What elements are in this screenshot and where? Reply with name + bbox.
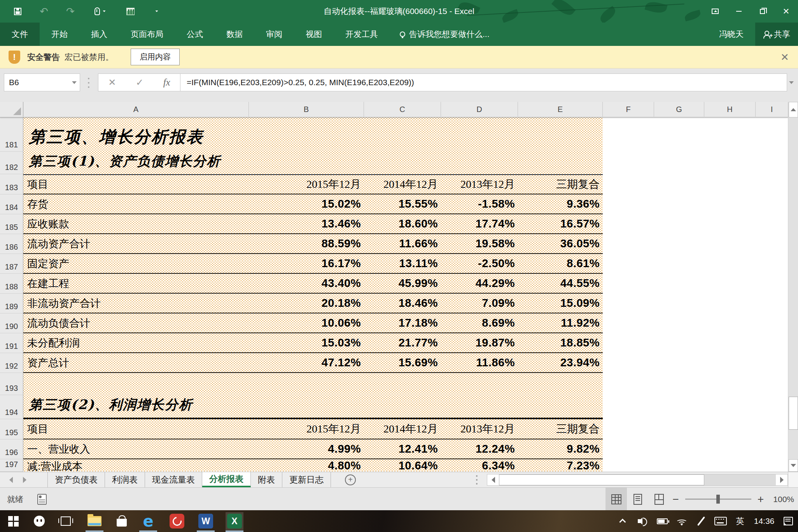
empty-cell[interactable] bbox=[23, 373, 603, 395]
row-header-181[interactable]: 181 bbox=[0, 117, 23, 152]
value-cell[interactable]: 9.82% bbox=[518, 439, 603, 458]
table-header-cell[interactable]: 2014年12月 bbox=[364, 175, 441, 194]
battery-button[interactable] bbox=[653, 510, 672, 532]
column-header-A[interactable]: A bbox=[23, 102, 249, 117]
item-label-cell[interactable]: 资产总计 bbox=[23, 353, 249, 372]
close-button[interactable]: × bbox=[774, 0, 798, 23]
section-title-cell[interactable]: 第三项(2)、利润增长分析 bbox=[23, 395, 603, 418]
ribbon-display-options-button[interactable] bbox=[703, 0, 727, 23]
value-cell[interactable]: 4.80% bbox=[249, 459, 364, 472]
ribbon-tab-view[interactable]: 视图 bbox=[294, 23, 334, 46]
zoom-slider-handle[interactable] bbox=[716, 495, 720, 504]
horizontal-scrollbar[interactable] bbox=[487, 474, 788, 486]
normal-view-button[interactable] bbox=[606, 488, 627, 511]
table-header-cell[interactable]: 2014年12月 bbox=[364, 419, 441, 439]
scroll-up-button[interactable] bbox=[789, 102, 798, 117]
value-cell[interactable]: 11.86% bbox=[441, 353, 518, 372]
value-cell[interactable]: 7.09% bbox=[441, 294, 518, 313]
table-header-cell[interactable]: 2013年12月 bbox=[441, 175, 518, 194]
scroll-down-button[interactable] bbox=[789, 459, 798, 472]
table-header-cell[interactable]: 2015年12月 bbox=[249, 419, 364, 439]
row-header-186[interactable]: 186 bbox=[0, 234, 23, 254]
word-button[interactable]: W bbox=[197, 512, 215, 530]
value-cell[interactable]: 15.69% bbox=[364, 353, 441, 372]
tray-overflow-button[interactable] bbox=[614, 510, 633, 532]
value-cell[interactable]: 45.99% bbox=[364, 274, 441, 293]
item-label-cell[interactable]: 固定资产 bbox=[23, 254, 249, 273]
undo-button[interactable]: ↶ bbox=[37, 4, 51, 19]
sheet-tab-income[interactable]: 利润表 bbox=[105, 472, 145, 487]
column-header-F[interactable]: F bbox=[603, 102, 654, 117]
zoom-out-button[interactable]: − bbox=[672, 494, 679, 505]
select-all-corner[interactable] bbox=[0, 102, 23, 117]
cortana-button[interactable] bbox=[30, 512, 48, 530]
zoom-slider-track[interactable] bbox=[685, 499, 751, 500]
clock[interactable]: 14:36 bbox=[750, 510, 779, 532]
value-cell[interactable]: 17.74% bbox=[441, 214, 518, 233]
item-label-cell[interactable]: 一、营业收入 bbox=[23, 439, 249, 458]
value-cell[interactable]: 47.12% bbox=[249, 353, 364, 372]
column-header-E[interactable]: E bbox=[518, 102, 603, 117]
store-button[interactable] bbox=[113, 512, 131, 530]
table-header-cell[interactable]: 项目 bbox=[23, 419, 249, 439]
row-header-188[interactable]: 188 bbox=[0, 274, 23, 294]
vertical-scrollbar[interactable] bbox=[788, 102, 798, 472]
value-cell[interactable]: 36.05% bbox=[518, 234, 603, 253]
value-cell[interactable]: 11.92% bbox=[518, 313, 603, 332]
zoom-in-button[interactable]: + bbox=[758, 494, 764, 505]
item-label-cell[interactable]: 非流动资产合计 bbox=[23, 294, 249, 313]
confirm-entry-icon[interactable]: ✓ bbox=[136, 77, 144, 88]
page-layout-view-button[interactable] bbox=[627, 488, 648, 511]
touch-mouse-mode-button[interactable] bbox=[90, 4, 110, 19]
new-sheet-button[interactable]: + bbox=[345, 474, 356, 485]
column-header-G[interactable]: G bbox=[654, 102, 704, 117]
sheet-tab-appendix[interactable]: 附表 bbox=[251, 472, 282, 487]
value-cell[interactable]: 12.41% bbox=[364, 439, 441, 458]
value-cell[interactable]: 8.69% bbox=[441, 313, 518, 332]
row-header-187[interactable]: 187 bbox=[0, 254, 23, 274]
minimize-button[interactable] bbox=[727, 0, 751, 23]
value-cell[interactable]: 43.40% bbox=[249, 274, 364, 293]
sheet-tab-cashflow[interactable]: 现金流量表 bbox=[145, 472, 202, 487]
previous-sheet-icon[interactable] bbox=[9, 477, 13, 483]
pen-settings-button[interactable] bbox=[691, 510, 711, 532]
value-cell[interactable]: 16.57% bbox=[518, 214, 603, 233]
value-cell[interactable]: 19.58% bbox=[441, 234, 518, 253]
security-bar-close-icon[interactable]: ✕ bbox=[777, 46, 793, 68]
column-header-D[interactable]: D bbox=[441, 102, 518, 117]
value-cell[interactable]: 23.94% bbox=[518, 353, 603, 372]
value-cell[interactable]: -2.50% bbox=[441, 254, 518, 273]
sheet-tab-balance[interactable]: 资产负债表 bbox=[47, 472, 105, 487]
value-cell[interactable]: 15.03% bbox=[249, 333, 364, 352]
section-title-cell[interactable]: 第三项(1)、资产负债增长分析 bbox=[23, 152, 603, 174]
ribbon-tab-page-layout[interactable]: 页面布局 bbox=[119, 23, 175, 46]
ribbon-tab-home[interactable]: 开始 bbox=[40, 23, 79, 46]
ribbon-tab-insert[interactable]: 插入 bbox=[79, 23, 119, 46]
scroll-right-button[interactable] bbox=[776, 474, 788, 485]
value-cell[interactable]: 44.29% bbox=[441, 274, 518, 293]
value-cell[interactable]: 16.17% bbox=[249, 254, 364, 273]
value-cell[interactable]: 44.55% bbox=[518, 274, 603, 293]
value-cell[interactable]: 18.85% bbox=[518, 333, 603, 352]
item-label-cell[interactable]: 流动资产合计 bbox=[23, 234, 249, 253]
row-header-192[interactable]: 192 bbox=[0, 353, 23, 373]
macro-record-button[interactable] bbox=[37, 494, 47, 505]
file-explorer-button[interactable] bbox=[86, 512, 103, 530]
value-cell[interactable]: 15.02% bbox=[249, 194, 364, 214]
row-header-194[interactable]: 194 bbox=[0, 395, 23, 419]
section-title-cell[interactable]: 第三项、增长分析报表 bbox=[23, 117, 603, 152]
column-header-I[interactable]: I bbox=[756, 102, 788, 117]
row-header-191[interactable]: 191 bbox=[0, 333, 23, 353]
row-header-189[interactable]: 189 bbox=[0, 294, 23, 313]
item-label-cell[interactable]: 在建工程 bbox=[23, 274, 249, 293]
value-cell[interactable]: 4.99% bbox=[249, 439, 364, 458]
volume-button[interactable] bbox=[633, 510, 653, 532]
excel-button[interactable]: X bbox=[226, 512, 243, 530]
table-header-cell[interactable]: 2013年12月 bbox=[441, 419, 518, 439]
row-header-182[interactable]: 182 bbox=[0, 152, 23, 174]
item-label-cell[interactable]: 未分配利润 bbox=[23, 333, 249, 352]
chevron-down-icon[interactable] bbox=[72, 81, 77, 84]
page-break-view-button[interactable] bbox=[648, 488, 670, 511]
restore-button[interactable] bbox=[751, 0, 774, 23]
value-cell[interactable]: 10.06% bbox=[249, 313, 364, 332]
